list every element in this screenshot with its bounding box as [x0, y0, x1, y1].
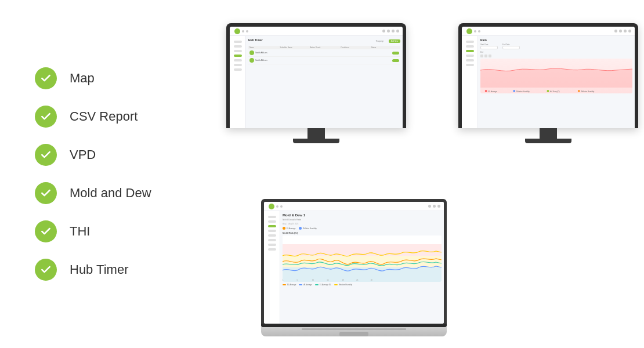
laptop-keyboard [261, 327, 447, 336]
check-icon-map [35, 67, 57, 89]
svg-text:25: 25 [356, 279, 359, 281]
legend-rel-humidity: Relative Humidity [303, 227, 316, 230]
check-icon-csv-report [35, 106, 57, 128]
monitor-hub-timer: Hub Timer Thaiyang> Add New Name Schedul… [226, 23, 406, 143]
hub-timer-pagination: Thaiyang> [376, 40, 384, 42]
svg-text:15: 15 [327, 279, 329, 281]
feature-item-mold-and-dew: Mold and Dew [35, 182, 191, 204]
end-date-input[interactable] [502, 46, 520, 49]
svg-text:Relative Humidity: Relative Humidity [516, 90, 530, 93]
feature-item-hub-timer: Hub Timer [35, 259, 191, 281]
add-new-badge: Add New [389, 39, 400, 43]
monitor-reports: Rain Start Date End Date [458, 23, 638, 143]
mold-screen-subtitle: Mold Growth Rate [283, 218, 442, 221]
bottom-legend-4: Relative Humidity [339, 284, 352, 286]
device-mockups: Hub Timer Thaiyang> Add New Name Schedul… [215, 0, 644, 348]
hub-timer-screen-title: Hub Timer [248, 38, 263, 42]
svg-point-0 [485, 90, 487, 92]
feature-item-thi: THI [35, 220, 191, 242]
screen-logo-icon-2 [466, 28, 472, 34]
svg-text:Relative Humidity: Relative Humidity [581, 90, 595, 93]
check-icon-thi [35, 220, 57, 242]
check-icon-vpd [35, 144, 57, 166]
feature-label-map: Map [70, 71, 95, 86]
svg-text:20: 20 [342, 279, 345, 281]
feature-label-thi: THI [70, 224, 90, 239]
bottom-legend-1: EL Average [287, 284, 296, 286]
col-active: Active Result [310, 46, 338, 49]
feature-list: MapCSV ReportVPDMold and DewTHIHub Timer [0, 44, 215, 304]
svg-text:EL Average: EL Average [489, 90, 497, 93]
svg-point-6 [578, 90, 580, 92]
screen-logo-icon [234, 28, 240, 34]
svg-rect-10 [283, 256, 442, 267]
col-name: Name [249, 46, 277, 49]
start-date-input[interactable] [480, 46, 498, 49]
feature-label-hub-timer: Hub Timer [70, 262, 128, 277]
feature-label-vpd: VPD [70, 147, 96, 162]
row-icon-1 [249, 50, 254, 55]
row-icon-2 [249, 58, 254, 63]
bottom-legend-2: Al Average [303, 284, 312, 286]
row-name-2: Switch Add-ons [255, 59, 283, 61]
chart-label: D-4 [480, 51, 632, 53]
feature-item-map: Map [35, 67, 191, 89]
check-icon-mold-and-dew [35, 182, 57, 204]
mold-screen-title: Mold & Dew 1 [283, 213, 442, 217]
svg-text:Air Temp (C): Air Temp (C) [550, 90, 559, 93]
svg-point-4 [547, 90, 549, 92]
feature-item-vpd: VPD [35, 144, 191, 166]
svg-text:10: 10 [312, 279, 314, 281]
row-name-1: Switch Add-ons [255, 52, 283, 54]
laptop-logo-icon [269, 204, 274, 209]
mold-date-range: Aug 1 - Aug 30 2024 [283, 223, 442, 225]
rain-chart: EL Average Relative Humidity Air Temp (C… [480, 59, 632, 93]
mold-risk-chart: 1 5 10 15 20 25 30 [283, 235, 442, 282]
legend-el-avg: EL Average [287, 227, 295, 230]
check-icon-hub-timer [35, 259, 57, 281]
laptop-mold-dew: Mold & Dew 1 Mold Growth Rate Aug 1 - Au… [261, 199, 447, 336]
svg-point-2 [513, 90, 515, 92]
toggle-2[interactable] [392, 59, 399, 62]
feature-item-csv-report: CSV Report [35, 106, 191, 128]
bottom-legend-3: EL Average EL [320, 284, 331, 286]
col-condition: Conditions [341, 46, 368, 49]
col-schedule: Schedule Name [280, 46, 307, 49]
mold-risk-label: Mold Risk (%) [283, 231, 442, 234]
col-status: Status [371, 46, 399, 49]
svg-text:30: 30 [371, 279, 373, 281]
toggle-1[interactable] [392, 52, 399, 55]
report-screen-title: Rain [480, 38, 632, 42]
feature-label-mold-and-dew: Mold and Dew [70, 186, 151, 201]
feature-label-csv-report: CSV Report [70, 109, 138, 124]
